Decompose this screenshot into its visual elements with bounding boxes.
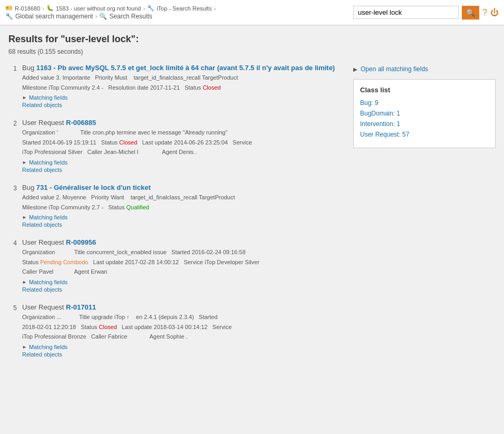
result-title-4: User Request R-009956 <box>22 238 345 246</box>
open-all-fields-label: Open all matching fields <box>361 65 428 73</box>
breadcrumb-1583[interactable]: 1583 - user without org not found <box>56 5 141 12</box>
result-item-3: 3 Bug 731 - Généraliser le lock d'un tic… <box>8 184 345 228</box>
search-area: 🔍 ? ⏻ <box>353 6 499 20</box>
result-number-4: 4 <box>8 238 17 247</box>
class-list-userrequest[interactable]: User Request: 57 <box>360 131 489 138</box>
result-link-4[interactable]: R-009956 <box>66 238 96 246</box>
matching-fields-label-2: Matching fields <box>29 159 67 166</box>
matching-fields-label-4: Matching fields <box>29 279 67 285</box>
result-meta-5: Organization ... Title upgrade iTop ↑ en… <box>22 313 345 342</box>
breadcrumb-global-search[interactable]: Global search management <box>15 13 93 20</box>
breadcrumb-search-results[interactable]: Search Results <box>109 13 152 20</box>
result-type-4: User Request <box>22 238 66 246</box>
breadcrumbs: 🎫 R-018680 › 🐛 1583 - user without org n… <box>5 5 216 20</box>
ticket-icon: 🎫 <box>5 5 13 12</box>
class-list-intervention[interactable]: Intervention: 1 <box>360 120 489 128</box>
class-list-bug[interactable]: Bug: 9 <box>360 99 489 107</box>
matching-fields-4[interactable]: ► Matching fields <box>22 279 345 285</box>
chevron-icon-1: ► <box>22 95 27 100</box>
class-list-bugdomain[interactable]: BugDomain: 1 <box>360 110 489 117</box>
chevron-icon-3: ► <box>22 215 27 220</box>
result-link-5[interactable]: R-017011 <box>66 303 96 311</box>
related-objects-3[interactable]: Related objects <box>22 221 345 228</box>
result-item-2: 2 User Request R-006885 Organization ' T… <box>8 119 345 173</box>
result-type-3: Bug <box>22 184 36 191</box>
result-body-5: User Request R-017011 Organization ... T… <box>22 303 345 358</box>
matching-fields-3[interactable]: ► Matching fields <box>22 214 345 220</box>
topbar: 🎫 R-018680 › 🐛 1583 - user without org n… <box>0 0 504 25</box>
result-number-1: 1 <box>8 64 17 72</box>
results-area: Results for "user-level lock": 68 result… <box>8 34 345 368</box>
chevron-icon-4: ► <box>22 279 27 285</box>
tool-icon: 🔧 <box>147 5 154 12</box>
breadcrumb-r018680[interactable]: R-018680 <box>15 5 40 12</box>
result-link-2[interactable]: R-006885 <box>66 119 96 127</box>
search-input[interactable] <box>353 6 459 19</box>
related-objects-4[interactable]: Related objects <box>22 286 345 293</box>
sep1: › <box>42 5 44 12</box>
related-objects-5[interactable]: Related objects <box>22 351 345 358</box>
matching-fields-1[interactable]: ► Matching fields <box>22 94 345 101</box>
result-item-4: 4 User Request R-009956 Organization Tit… <box>8 238 345 293</box>
result-body-1: Bug 1163 - Pb avec MySQL 5.7.5 et get_lo… <box>22 64 345 108</box>
related-objects-1[interactable]: Related objects <box>22 102 345 108</box>
open-all-fields-button[interactable]: ▶ Open all matching fields <box>353 65 496 73</box>
result-type-1: Bug <box>22 64 36 72</box>
breadcrumb-top: 🎫 R-018680 › 🐛 1583 - user without org n… <box>5 5 216 12</box>
matching-fields-label-3: Matching fields <box>29 214 67 220</box>
search-icon2: 🔍 <box>99 13 107 20</box>
sidebar: ▶ Open all matching fields Class list Bu… <box>353 34 496 368</box>
class-list-box: Class list Bug: 9 BugDomain: 1 Intervent… <box>353 79 496 148</box>
result-number-3: 3 <box>8 184 17 192</box>
result-meta-4: Organization Title concurrent_lock_enabl… <box>22 248 345 277</box>
sep2: › <box>143 5 145 12</box>
search-button[interactable]: 🔍 <box>462 6 479 20</box>
results-count: 68 results (0.155 seconds) <box>8 48 345 55</box>
chevron-icon-5: ► <box>22 344 27 350</box>
related-objects-2[interactable]: Related objects <box>22 167 345 173</box>
result-meta-3: Added value 2. Moyenne Priority Want tar… <box>22 193 345 212</box>
result-meta-1: Added value 3. Importante Priority Must … <box>22 73 345 92</box>
result-meta-2: Organization ' Title cron.php termine av… <box>22 128 345 157</box>
breadcrumb-bottom: 🔧 Global search management › 🔍 Search Re… <box>5 13 216 20</box>
power-button[interactable]: ⏻ <box>490 8 499 17</box>
chevron-icon-2: ► <box>22 160 27 165</box>
result-title-5: User Request R-017011 <box>22 303 345 311</box>
result-number-5: 5 <box>8 303 17 312</box>
tool-icon2: 🔧 <box>5 13 13 20</box>
result-number-2: 2 <box>8 119 17 127</box>
result-body-4: User Request R-009956 Organization Title… <box>22 238 345 293</box>
main-content: Results for "user-level lock": 68 result… <box>0 25 504 377</box>
breadcrumb-itop-search[interactable]: iTop - Search Results <box>157 5 212 12</box>
results-title: Results for "user-level lock": <box>8 34 345 45</box>
matching-fields-label-5: Matching fields <box>29 344 67 350</box>
result-type-2: User Request <box>22 119 66 127</box>
result-title-1: Bug 1163 - Pb avec MySQL 5.7.5 et get_lo… <box>22 64 345 72</box>
sep4: › <box>95 13 97 20</box>
matching-fields-label-1: Matching fields <box>29 94 67 101</box>
result-item-1: 1 Bug 1163 - Pb avec MySQL 5.7.5 et get_… <box>8 64 345 108</box>
result-type-5: User Request <box>22 303 66 311</box>
result-title-2: User Request R-006885 <box>22 119 345 127</box>
result-body-3: Bug 731 - Généraliser le lock d'un ticke… <box>22 184 345 228</box>
matching-fields-2[interactable]: ► Matching fields <box>22 159 345 166</box>
result-link-3[interactable]: 731 - Généraliser le lock d'un ticket <box>36 184 151 191</box>
sep3: › <box>214 5 216 12</box>
class-list-title: Class list <box>360 86 489 94</box>
result-link-1[interactable]: 1163 - Pb avec MySQL 5.7.5 et get_lock l… <box>36 64 335 72</box>
bug-icon: 🐛 <box>46 5 54 12</box>
help-button[interactable]: ? <box>482 8 487 17</box>
result-title-3: Bug 731 - Généraliser le lock d'un ticke… <box>22 184 345 191</box>
matching-fields-5[interactable]: ► Matching fields <box>22 344 345 350</box>
result-body-2: User Request R-006885 Organization ' Tit… <box>22 119 345 173</box>
play-icon: ▶ <box>353 66 357 72</box>
result-item-5: 5 User Request R-017011 Organization ...… <box>8 303 345 358</box>
